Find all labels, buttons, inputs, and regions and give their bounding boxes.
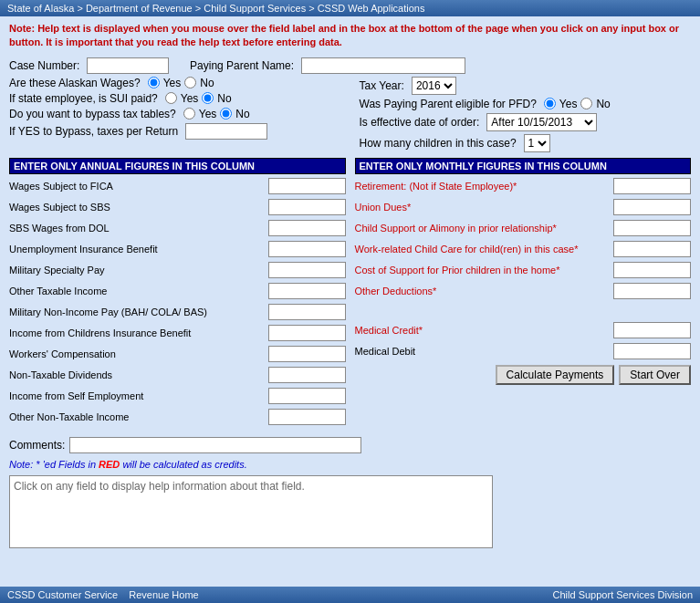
bypass-taxes-label: If YES to Bypass, taxes per Return bbox=[9, 125, 178, 138]
alaskan-wages-label: Are these Alaskan Wages? bbox=[9, 77, 141, 89]
unemployment-input[interactable] bbox=[268, 241, 346, 257]
comments-input[interactable] bbox=[69, 437, 361, 453]
field-row: Union Dues* bbox=[355, 199, 692, 217]
calculate-button[interactable]: Calculate Payments bbox=[496, 365, 615, 385]
alaskan-wages-radio: Yes No bbox=[148, 77, 214, 89]
help-text: Click on any field to display help infor… bbox=[14, 480, 305, 493]
bypass-no-label: No bbox=[235, 108, 249, 120]
bypass-row: Do you want to bypass tax tables? Yes No bbox=[9, 108, 341, 120]
breadcrumb-bar: State of Alaska > Department of Revenue … bbox=[0, 0, 700, 16]
field-label: Unemployment Insurance Benefit bbox=[9, 241, 268, 255]
cssd-service-link[interactable]: CSSD Customer Service bbox=[7, 589, 120, 600]
note-credits-text1: Note: * 'ed Fields in bbox=[9, 459, 99, 470]
field-row: Other Deductions* bbox=[355, 283, 692, 301]
footer: CSSD Customer Service Revenue Home Child… bbox=[0, 587, 700, 603]
field-label: Other Deductions* bbox=[355, 283, 614, 297]
children-row: How many children in this case? 1 2 3 4 … bbox=[360, 134, 692, 152]
field-label: Income from Childrens Insurance Benefit bbox=[9, 325, 268, 339]
alaskan-no-radio[interactable] bbox=[184, 77, 196, 88]
other-nontaxable-input[interactable] bbox=[268, 409, 346, 425]
alaskan-yes-label: Yes bbox=[163, 77, 182, 89]
bypass-no-radio[interactable] bbox=[220, 108, 232, 120]
other-deductions-input[interactable] bbox=[613, 283, 691, 299]
tax-year-select[interactable]: 2014 2015 2016 2017 2018 bbox=[412, 77, 456, 95]
comments-row: Comments: bbox=[9, 437, 691, 453]
bypass-yes-label: Yes bbox=[199, 108, 217, 120]
field-row: Military Specialty Pay bbox=[9, 262, 346, 280]
pfd-no-radio[interactable] bbox=[580, 98, 592, 109]
paying-parent-label: Paying Parent Name: bbox=[190, 59, 294, 72]
childrens-insurance-input[interactable] bbox=[268, 325, 346, 341]
bypass-yes-radio[interactable] bbox=[183, 108, 195, 120]
sbs-dol-input[interactable] bbox=[268, 220, 346, 236]
bypass-radio: Yes No bbox=[183, 108, 250, 120]
field-label: Medical Credit* bbox=[355, 322, 614, 337]
left-top-options: Are these Alaskan Wages? Yes No If state… bbox=[9, 77, 341, 152]
bypass-taxes-input[interactable] bbox=[185, 123, 267, 140]
pfd-radio: Yes No bbox=[544, 98, 611, 110]
retirement-input[interactable] bbox=[613, 178, 691, 194]
footer-links: CSSD Customer Service Revenue Home bbox=[7, 589, 199, 600]
field-row: Military Non-Income Pay (BAH/ COLA/ BAS) bbox=[9, 304, 346, 322]
pfd-row: Was Paying Parent eligible for PFD? Yes … bbox=[360, 98, 692, 110]
military-pay-input[interactable] bbox=[268, 262, 346, 278]
right-top-options: Tax Year: 2014 2015 2016 2017 2018 Was P… bbox=[360, 77, 692, 152]
field-label: Income from Self Employment bbox=[9, 388, 268, 402]
tax-year-label: Tax Year: bbox=[360, 79, 404, 92]
wages-sbs-input[interactable] bbox=[268, 199, 346, 215]
field-row: Unemployment Insurance Benefit bbox=[9, 241, 346, 259]
note-box: Note: Help text is displayed when you mo… bbox=[9, 22, 691, 50]
tax-year-row: Tax Year: 2014 2015 2016 2017 2018 bbox=[360, 77, 692, 95]
effective-date-select[interactable]: After 10/15/2013 Before 10/15/2013 bbox=[486, 113, 597, 131]
field-label: Military Specialty Pay bbox=[9, 262, 268, 276]
childcare-input[interactable] bbox=[613, 241, 691, 257]
field-row: Income from Childrens Insurance Benefit bbox=[9, 325, 346, 343]
military-nonincome-input[interactable] bbox=[268, 304, 346, 320]
workers-comp-input[interactable] bbox=[268, 346, 346, 362]
field-row: Work-related Child Care for child(ren) i… bbox=[355, 241, 692, 259]
alaskan-yes-radio[interactable] bbox=[148, 77, 160, 88]
field-row: Income from Self Employment bbox=[9, 388, 346, 406]
field-label: Cost of Support for Prior children in th… bbox=[355, 262, 614, 276]
bypass-taxes-row: If YES to Bypass, taxes per Return bbox=[9, 123, 341, 140]
field-row: SBS Wages from DOL bbox=[9, 220, 346, 238]
revenue-home-link[interactable]: Revenue Home bbox=[129, 589, 198, 600]
medical-credit-input[interactable] bbox=[613, 322, 691, 338]
breadcrumb: State of Alaska > Department of Revenue … bbox=[7, 3, 424, 14]
wages-fica-input[interactable] bbox=[268, 178, 346, 194]
footer-division: Child Support Services Division bbox=[553, 589, 693, 600]
pfd-label: Was Paying Parent eligible for PFD? bbox=[360, 98, 537, 110]
field-row: Medical Credit* bbox=[355, 322, 692, 340]
field-row: Medical Debit bbox=[355, 343, 692, 361]
start-over-button[interactable]: Start Over bbox=[619, 365, 691, 385]
child-support-input[interactable] bbox=[613, 220, 691, 236]
field-label: SBS Wages from DOL bbox=[9, 220, 268, 234]
note-credits-red: RED bbox=[99, 459, 120, 470]
effective-date-row: Is effective date of order: After 10/15/… bbox=[360, 113, 692, 131]
prior-children-input[interactable] bbox=[613, 262, 691, 278]
pfd-yes-radio[interactable] bbox=[544, 98, 556, 109]
field-label: Union Dues* bbox=[355, 199, 614, 213]
field-row: Other Taxable Income bbox=[9, 283, 346, 301]
paying-parent-input[interactable] bbox=[301, 57, 465, 74]
spacer bbox=[355, 304, 692, 322]
field-label: Wages Subject to SBS bbox=[9, 199, 268, 213]
nontaxable-dividends-input[interactable] bbox=[268, 367, 346, 383]
state-no-label: No bbox=[217, 92, 231, 105]
medical-debit-input[interactable] bbox=[613, 343, 691, 359]
bypass-label: Do you want to bypass tax tables? bbox=[9, 108, 176, 120]
field-row: Wages Subject to SBS bbox=[9, 199, 346, 217]
field-row: Child Support or Alimony in prior relati… bbox=[355, 220, 692, 238]
pfd-yes-label: Yes bbox=[559, 98, 578, 110]
children-select[interactable]: 1 2 3 4 5 bbox=[524, 134, 550, 152]
state-employee-radio: Yes No bbox=[165, 92, 232, 105]
union-dues-input[interactable] bbox=[613, 199, 691, 215]
other-taxable-input[interactable] bbox=[268, 283, 346, 299]
self-employment-input[interactable] bbox=[268, 388, 346, 404]
field-label: Military Non-Income Pay (BAH/ COLA/ BAS) bbox=[9, 304, 268, 318]
state-yes-radio[interactable] bbox=[165, 92, 177, 104]
state-no-radio[interactable] bbox=[202, 92, 214, 104]
field-row: Cost of Support for Prior children in th… bbox=[355, 262, 692, 280]
case-number-input[interactable] bbox=[87, 57, 169, 74]
field-label: Other Non-Taxable Income bbox=[9, 409, 268, 423]
